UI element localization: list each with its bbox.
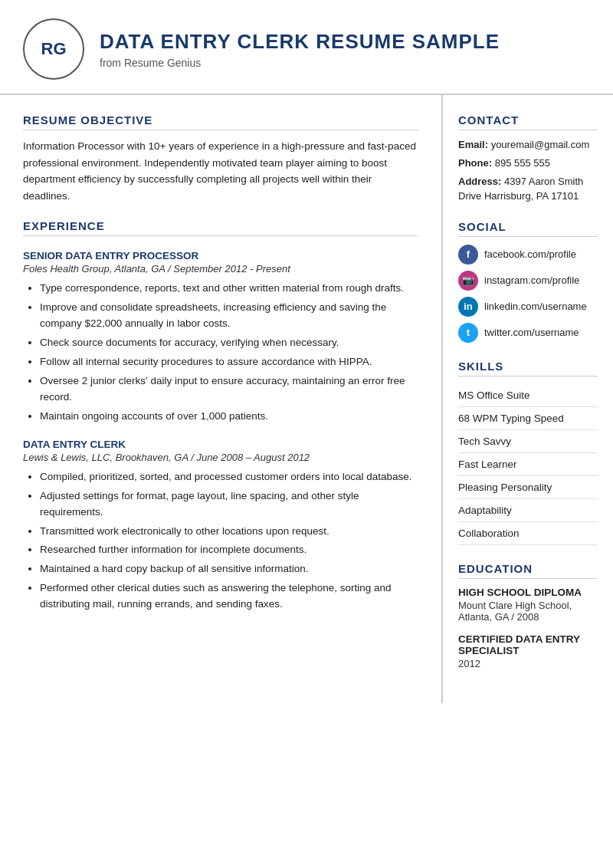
job-1-bullets: Type correspondence, reports, text and o… bbox=[23, 281, 418, 424]
left-column: RESUME OBJECTIVE Information Processor w… bbox=[0, 95, 443, 703]
list-item: Maintain ongoing accounts of over 1,000 … bbox=[40, 409, 418, 425]
list-item: Type correspondence, reports, text and o… bbox=[40, 281, 418, 297]
edu-1-degree: HIGH SCHOOL DIPLOMA bbox=[458, 587, 598, 598]
resume-subtitle: from Resume Genius bbox=[100, 57, 500, 69]
social-twitter: t twitter.com/username bbox=[458, 323, 598, 343]
skill-item: Fast Learner bbox=[458, 453, 598, 476]
list-item: Transmitted work electronically to other… bbox=[40, 524, 418, 540]
contact-address: Address: 4397 Aaron Smith Drive Harrisbu… bbox=[458, 175, 598, 202]
header-text: DATA ENTRY CLERK RESUME SAMPLE from Resu… bbox=[100, 30, 500, 69]
edu-2-year: 2012 bbox=[458, 658, 598, 669]
job-1: SENIOR DATA ENTRY PROCESSOR Foles Health… bbox=[23, 250, 418, 424]
list-item: Follow all internal security procedures … bbox=[40, 354, 418, 370]
job-2-meta: Lewis & Lewis, LLC, Brookhaven, GA / Jun… bbox=[23, 452, 418, 463]
social-facebook: f facebook.com/profile bbox=[458, 245, 598, 265]
resume-header: RG DATA ENTRY CLERK RESUME SAMPLE from R… bbox=[0, 0, 613, 95]
linkedin-url: linkedin.com/username bbox=[484, 301, 587, 312]
social-instagram: 📷 instagram.com/profile bbox=[458, 271, 598, 291]
skill-item: Collaboration bbox=[458, 522, 598, 545]
list-item: Check source documents for accuracy, ver… bbox=[40, 335, 418, 351]
avatar-initials: RG bbox=[41, 39, 67, 59]
objective-title: RESUME OBJECTIVE bbox=[23, 113, 418, 130]
job-1-meta: Foles Health Group, Atlanta, GA / Septem… bbox=[23, 263, 418, 275]
list-item: Oversee 2 junior clerks' daily input to … bbox=[40, 373, 418, 406]
edu-2-degree: CERTIFIED DATA ENTRY SPECIALIST bbox=[458, 633, 598, 656]
objective-text: Information Processor with 10+ years of … bbox=[23, 138, 418, 204]
facebook-url: facebook.com/profile bbox=[484, 248, 576, 260]
job-2-bullets: Compiled, prioritized, sorted, and proce… bbox=[23, 469, 418, 613]
job-1-title: SENIOR DATA ENTRY PROCESSOR bbox=[23, 250, 418, 261]
main-layout: RESUME OBJECTIVE Information Processor w… bbox=[0, 95, 613, 703]
list-item: Researched further information for incom… bbox=[40, 542, 418, 558]
job-2-title: DATA ENTRY CLERK bbox=[23, 439, 418, 450]
contact-title: CONTACT bbox=[458, 113, 598, 130]
instagram-url: instagram.com/profile bbox=[484, 275, 579, 286]
facebook-icon: f bbox=[458, 245, 478, 265]
job-2: DATA ENTRY CLERK Lewis & Lewis, LLC, Bro… bbox=[23, 439, 418, 613]
skill-item: Adaptability bbox=[458, 499, 598, 522]
contact-email: Email: youremail@gmail.com bbox=[458, 138, 598, 152]
edu-item-2: CERTIFIED DATA ENTRY SPECIALIST 2012 bbox=[458, 633, 598, 669]
edu-1-school: Mount Clare High School, Atlanta, GA / 2… bbox=[458, 600, 598, 623]
instagram-icon: 📷 bbox=[458, 271, 478, 291]
linkedin-icon: in bbox=[458, 297, 478, 317]
skill-item: Tech Savvy bbox=[458, 430, 598, 453]
skills-title: SKILLS bbox=[458, 360, 598, 376]
twitter-url: twitter.com/username bbox=[484, 327, 579, 338]
email-label: Email: bbox=[458, 139, 488, 150]
list-item: Improve and consolidate spreadsheets, in… bbox=[40, 300, 418, 332]
phone-value: 895 555 555 bbox=[495, 157, 550, 169]
skill-item: Pleasing Personality bbox=[458, 476, 598, 499]
skill-item: 68 WPM Typing Speed bbox=[458, 407, 598, 430]
phone-label: Phone: bbox=[458, 157, 492, 169]
skill-item: MS Office Suite bbox=[458, 384, 598, 407]
resume-title: DATA ENTRY CLERK RESUME SAMPLE bbox=[100, 30, 500, 54]
list-item: Maintained a hard copy backup of all sen… bbox=[40, 561, 418, 577]
email-value: youremail@gmail.com bbox=[491, 139, 590, 150]
list-item: Adjusted settings for format, page layou… bbox=[40, 488, 418, 521]
twitter-icon: t bbox=[458, 323, 478, 343]
edu-item-1: HIGH SCHOOL DIPLOMA Mount Clare High Sch… bbox=[458, 587, 598, 623]
social-title: SOCIAL bbox=[458, 220, 598, 237]
address-label: Address: bbox=[458, 176, 501, 187]
social-linkedin: in linkedin.com/username bbox=[458, 297, 598, 317]
list-item: Performed other clerical duties such as … bbox=[40, 580, 418, 613]
list-item: Compiled, prioritized, sorted, and proce… bbox=[40, 469, 418, 485]
contact-phone: Phone: 895 555 555 bbox=[458, 156, 598, 170]
education-title: EDUCATION bbox=[458, 562, 598, 579]
experience-title: EXPERIENCE bbox=[23, 219, 418, 236]
right-column: CONTACT Email: youremail@gmail.com Phone… bbox=[443, 95, 613, 703]
avatar: RG bbox=[23, 18, 84, 80]
